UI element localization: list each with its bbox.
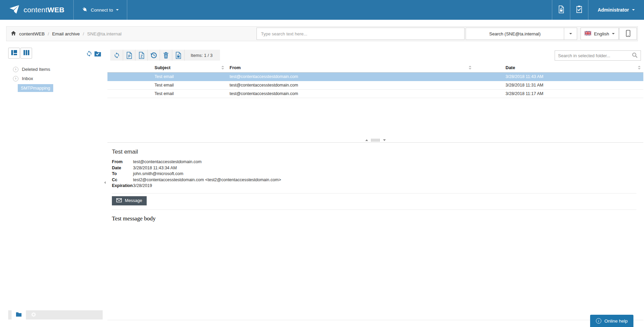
search-icon[interactable]	[632, 52, 638, 59]
cell-from: test@contentaccesstestdomain.com	[230, 74, 298, 79]
language-selector[interactable]: English	[581, 28, 619, 40]
chevron-down-icon	[632, 9, 635, 11]
app-logo[interactable]: contentWEB	[0, 0, 73, 20]
splitter-grip[interactable]	[371, 139, 380, 142]
breadcrumb-item-current: SNE@ta.internal	[87, 31, 122, 36]
search-button[interactable]: Search (SNE@ta.internal)	[466, 28, 564, 40]
global-search-input[interactable]	[257, 28, 465, 40]
language-label: English	[594, 31, 609, 36]
contentweb-app: contentWEB Connect to	[0, 0, 644, 327]
column-view-toggle-button[interactable]	[20, 48, 32, 59]
svg-text:P: P	[128, 54, 130, 58]
cell-date: 3/28/2018 11:17 AM	[506, 91, 543, 96]
online-help-button[interactable]: Online help	[590, 315, 633, 327]
folder-tree: Deleted Items Inbox SMTPmapping	[8, 65, 103, 92]
document-lock-icon	[558, 5, 565, 14]
chevron-down-icon	[116, 9, 119, 11]
clipboard-check-icon	[576, 5, 583, 14]
folder-search-input[interactable]	[558, 53, 632, 58]
table-row[interactable]: Test email test@contentaccesstestdomain.…	[107, 73, 643, 81]
home-icon	[11, 31, 16, 36]
divider	[112, 209, 636, 210]
global-search-area: Search (SNE@ta.internal) English	[257, 28, 637, 40]
connect-to-menu[interactable]: Connect to	[74, 0, 127, 20]
search-options-dropdown[interactable]	[564, 28, 577, 40]
tree-item-label: Deleted Items	[22, 67, 50, 72]
user-name: Administrator	[598, 7, 629, 13]
mobile-view-button[interactable]	[619, 28, 637, 40]
sort-icon[interactable]	[221, 66, 224, 69]
collapse-sidebar-arrow[interactable]	[104, 181, 106, 184]
export-zip-button[interactable]: Z	[135, 50, 148, 61]
email-field-date: Date 3/28/2018 11:43:34 AM	[112, 165, 636, 171]
breadcrumb-item-section[interactable]: Email archive	[52, 31, 80, 36]
splitter-collapse-down-icon[interactable]	[383, 139, 386, 141]
select-folder-button[interactable]	[94, 51, 101, 57]
table-row[interactable]: Test email test@contentaccesstestdomain.…	[107, 81, 643, 90]
top-bar: contentWEB Connect to	[0, 0, 644, 20]
uk-flag-icon	[585, 31, 591, 36]
expand-arrow-icon[interactable]	[13, 67, 18, 72]
column-header-subject[interactable]: Subject	[155, 65, 227, 70]
legal-hold-button[interactable]	[172, 50, 185, 61]
refresh-list-button[interactable]	[111, 50, 123, 61]
cell-from: test@contentaccesstestdomain.com	[230, 83, 298, 88]
cell-subject: Test email	[155, 74, 174, 79]
mail-list-panel: P Z	[107, 48, 643, 320]
user-menu[interactable]: Administrator	[588, 0, 644, 20]
list-layout-icon	[11, 50, 17, 57]
sort-icon[interactable]	[638, 66, 641, 69]
mail-table-header: Subject From Date	[107, 63, 643, 73]
divider	[112, 193, 636, 193]
tree-item-inbox[interactable]: Inbox	[8, 74, 103, 83]
settings-button[interactable]	[31, 312, 36, 318]
app-title: contentWEB	[24, 6, 64, 14]
folder-icon	[16, 312, 22, 318]
expand-arrow-icon[interactable]	[13, 76, 18, 81]
folders-tab-active[interactable]	[12, 310, 26, 320]
sidebar-toolbar	[8, 48, 103, 62]
tree-item-deleted-items[interactable]: Deleted Items	[8, 65, 103, 74]
list-view-toggle-button[interactable]	[8, 48, 20, 59]
chevron-down-icon	[569, 33, 572, 34]
cell-subject: Test email	[155, 91, 174, 96]
breadcrumb: contentWEB Email archive SNE@ta.internal	[6, 31, 121, 36]
email-field-expiration: Expiration 3/28/2019	[112, 183, 636, 189]
legal-hold-document-button[interactable]	[552, 0, 570, 20]
table-row[interactable]: Test email test@contentaccesstestdomain.…	[107, 90, 643, 98]
sidebar-footer-tabs	[8, 310, 103, 320]
online-help-label: Online help	[604, 318, 628, 324]
items-count-label: Items: 1 / 3	[185, 53, 219, 58]
svg-text:Z: Z	[140, 54, 142, 58]
envelope-icon	[116, 198, 122, 203]
column-header-from[interactable]: From	[227, 65, 474, 70]
cell-date: 3/28/2018 11:43 AM	[506, 74, 543, 79]
email-field-to: To john.smith@microsoft.com	[112, 171, 636, 177]
sort-icon[interactable]	[469, 66, 471, 69]
info-icon	[596, 318, 601, 324]
columns-layout-icon	[24, 50, 29, 57]
preview-splitter[interactable]	[107, 138, 643, 143]
export-pdf-button[interactable]: P	[123, 50, 135, 61]
paper-plane-icon	[9, 4, 20, 16]
breadcrumb-separator	[48, 31, 49, 36]
message-tab-label: Message	[125, 198, 142, 203]
folder-sidebar: Deleted Items Inbox SMTPmapping	[8, 48, 103, 320]
tree-item-label: Inbox	[22, 76, 33, 81]
tree-item-smtpmapping-selected[interactable]: SMTPmapping	[18, 84, 53, 92]
breadcrumb-bar: contentWEB Email archive SNE@ta.internal…	[6, 26, 638, 41]
breadcrumb-item-home[interactable]: contentWEB	[19, 31, 45, 36]
column-header-date[interactable]: Date	[474, 65, 643, 70]
plug-icon	[82, 6, 88, 13]
list-toolbar: P Z	[110, 50, 220, 61]
delete-button[interactable]	[160, 50, 172, 61]
message-tab-button[interactable]: Message	[112, 196, 147, 205]
gear-icon	[31, 312, 36, 318]
email-field-cc: Cc test2@contentaccesstestdomain.com <te…	[112, 177, 636, 183]
restore-history-button[interactable]	[148, 50, 160, 61]
tasks-button[interactable]	[570, 0, 588, 20]
cell-from: test@contentaccesstestdomain.com	[230, 91, 298, 96]
email-preview-pane: Test email From test@contentaccesstestdo…	[107, 143, 643, 320]
refresh-folders-button[interactable]	[86, 50, 92, 57]
splitter-collapse-up-icon[interactable]	[365, 139, 368, 141]
